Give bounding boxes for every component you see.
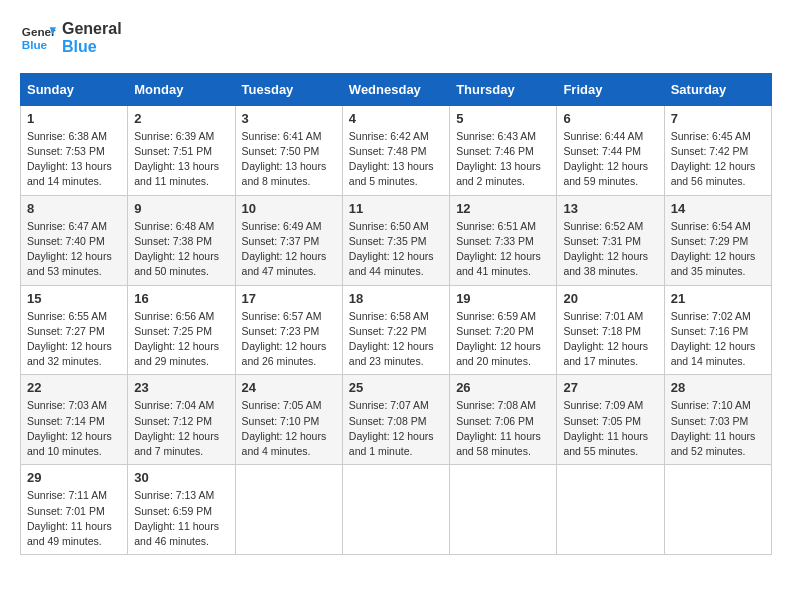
calendar-cell: 1Sunrise: 6:38 AMSunset: 7:53 PMDaylight… (21, 105, 128, 195)
day-info: Sunrise: 7:13 AMSunset: 6:59 PMDaylight:… (134, 488, 228, 549)
col-header-wednesday: Wednesday (342, 73, 449, 105)
day-number: 7 (671, 111, 765, 126)
day-number: 13 (563, 201, 657, 216)
calendar-cell: 18Sunrise: 6:58 AMSunset: 7:22 PMDayligh… (342, 285, 449, 375)
day-number: 29 (27, 470, 121, 485)
day-number: 30 (134, 470, 228, 485)
calendar-cell: 7Sunrise: 6:45 AMSunset: 7:42 PMDaylight… (664, 105, 771, 195)
day-number: 16 (134, 291, 228, 306)
day-info: Sunrise: 6:48 AMSunset: 7:38 PMDaylight:… (134, 219, 228, 280)
day-info: Sunrise: 7:01 AMSunset: 7:18 PMDaylight:… (563, 309, 657, 370)
day-info: Sunrise: 7:09 AMSunset: 7:05 PMDaylight:… (563, 398, 657, 459)
day-info: Sunrise: 6:54 AMSunset: 7:29 PMDaylight:… (671, 219, 765, 280)
calendar-cell: 13Sunrise: 6:52 AMSunset: 7:31 PMDayligh… (557, 195, 664, 285)
day-info: Sunrise: 7:02 AMSunset: 7:16 PMDaylight:… (671, 309, 765, 370)
page-header: General Blue General Blue (20, 20, 772, 57)
day-info: Sunrise: 7:03 AMSunset: 7:14 PMDaylight:… (27, 398, 121, 459)
col-header-monday: Monday (128, 73, 235, 105)
day-number: 4 (349, 111, 443, 126)
day-number: 15 (27, 291, 121, 306)
day-number: 12 (456, 201, 550, 216)
day-info: Sunrise: 7:11 AMSunset: 7:01 PMDaylight:… (27, 488, 121, 549)
calendar-cell: 14Sunrise: 6:54 AMSunset: 7:29 PMDayligh… (664, 195, 771, 285)
day-info: Sunrise: 6:57 AMSunset: 7:23 PMDaylight:… (242, 309, 336, 370)
calendar-cell: 3Sunrise: 6:41 AMSunset: 7:50 PMDaylight… (235, 105, 342, 195)
day-number: 6 (563, 111, 657, 126)
day-number: 26 (456, 380, 550, 395)
day-number: 14 (671, 201, 765, 216)
day-info: Sunrise: 7:10 AMSunset: 7:03 PMDaylight:… (671, 398, 765, 459)
day-number: 1 (27, 111, 121, 126)
day-info: Sunrise: 7:04 AMSunset: 7:12 PMDaylight:… (134, 398, 228, 459)
col-header-tuesday: Tuesday (235, 73, 342, 105)
day-info: Sunrise: 6:58 AMSunset: 7:22 PMDaylight:… (349, 309, 443, 370)
calendar-week-5: 29Sunrise: 7:11 AMSunset: 7:01 PMDayligh… (21, 465, 772, 555)
calendar-week-1: 1Sunrise: 6:38 AMSunset: 7:53 PMDaylight… (21, 105, 772, 195)
day-info: Sunrise: 6:43 AMSunset: 7:46 PMDaylight:… (456, 129, 550, 190)
day-info: Sunrise: 6:50 AMSunset: 7:35 PMDaylight:… (349, 219, 443, 280)
calendar-week-2: 8Sunrise: 6:47 AMSunset: 7:40 PMDaylight… (21, 195, 772, 285)
day-number: 9 (134, 201, 228, 216)
calendar-cell: 20Sunrise: 7:01 AMSunset: 7:18 PMDayligh… (557, 285, 664, 375)
day-number: 8 (27, 201, 121, 216)
calendar-cell: 27Sunrise: 7:09 AMSunset: 7:05 PMDayligh… (557, 375, 664, 465)
day-info: Sunrise: 6:52 AMSunset: 7:31 PMDaylight:… (563, 219, 657, 280)
calendar-cell (557, 465, 664, 555)
day-info: Sunrise: 6:47 AMSunset: 7:40 PMDaylight:… (27, 219, 121, 280)
day-number: 11 (349, 201, 443, 216)
calendar-cell (450, 465, 557, 555)
day-info: Sunrise: 6:44 AMSunset: 7:44 PMDaylight:… (563, 129, 657, 190)
calendar-cell: 23Sunrise: 7:04 AMSunset: 7:12 PMDayligh… (128, 375, 235, 465)
logo: General Blue General Blue (20, 20, 122, 57)
calendar-cell: 9Sunrise: 6:48 AMSunset: 7:38 PMDaylight… (128, 195, 235, 285)
calendar-cell: 12Sunrise: 6:51 AMSunset: 7:33 PMDayligh… (450, 195, 557, 285)
day-info: Sunrise: 6:49 AMSunset: 7:37 PMDaylight:… (242, 219, 336, 280)
day-number: 21 (671, 291, 765, 306)
day-info: Sunrise: 6:59 AMSunset: 7:20 PMDaylight:… (456, 309, 550, 370)
calendar-cell: 8Sunrise: 6:47 AMSunset: 7:40 PMDaylight… (21, 195, 128, 285)
day-number: 20 (563, 291, 657, 306)
day-info: Sunrise: 6:55 AMSunset: 7:27 PMDaylight:… (27, 309, 121, 370)
day-number: 25 (349, 380, 443, 395)
col-header-friday: Friday (557, 73, 664, 105)
calendar-cell: 2Sunrise: 6:39 AMSunset: 7:51 PMDaylight… (128, 105, 235, 195)
calendar-cell: 4Sunrise: 6:42 AMSunset: 7:48 PMDaylight… (342, 105, 449, 195)
svg-text:General: General (22, 26, 56, 39)
calendar-cell: 22Sunrise: 7:03 AMSunset: 7:14 PMDayligh… (21, 375, 128, 465)
day-info: Sunrise: 6:45 AMSunset: 7:42 PMDaylight:… (671, 129, 765, 190)
calendar-cell: 10Sunrise: 6:49 AMSunset: 7:37 PMDayligh… (235, 195, 342, 285)
calendar-cell: 30Sunrise: 7:13 AMSunset: 6:59 PMDayligh… (128, 465, 235, 555)
calendar-cell: 5Sunrise: 6:43 AMSunset: 7:46 PMDaylight… (450, 105, 557, 195)
svg-text:Blue: Blue (22, 38, 48, 51)
calendar-cell (664, 465, 771, 555)
day-info: Sunrise: 6:51 AMSunset: 7:33 PMDaylight:… (456, 219, 550, 280)
calendar-week-3: 15Sunrise: 6:55 AMSunset: 7:27 PMDayligh… (21, 285, 772, 375)
calendar-cell (235, 465, 342, 555)
calendar-week-4: 22Sunrise: 7:03 AMSunset: 7:14 PMDayligh… (21, 375, 772, 465)
day-number: 27 (563, 380, 657, 395)
col-header-sunday: Sunday (21, 73, 128, 105)
logo-icon: General Blue (20, 20, 56, 56)
logo-text-blue: Blue (62, 38, 122, 56)
col-header-saturday: Saturday (664, 73, 771, 105)
day-info: Sunrise: 7:05 AMSunset: 7:10 PMDaylight:… (242, 398, 336, 459)
calendar-cell: 26Sunrise: 7:08 AMSunset: 7:06 PMDayligh… (450, 375, 557, 465)
calendar-cell: 11Sunrise: 6:50 AMSunset: 7:35 PMDayligh… (342, 195, 449, 285)
day-number: 10 (242, 201, 336, 216)
day-number: 5 (456, 111, 550, 126)
day-number: 17 (242, 291, 336, 306)
logo-text-general: General (62, 20, 122, 38)
day-number: 18 (349, 291, 443, 306)
calendar-cell: 24Sunrise: 7:05 AMSunset: 7:10 PMDayligh… (235, 375, 342, 465)
day-number: 19 (456, 291, 550, 306)
calendar-cell: 28Sunrise: 7:10 AMSunset: 7:03 PMDayligh… (664, 375, 771, 465)
day-number: 24 (242, 380, 336, 395)
calendar-cell: 19Sunrise: 6:59 AMSunset: 7:20 PMDayligh… (450, 285, 557, 375)
calendar-cell: 21Sunrise: 7:02 AMSunset: 7:16 PMDayligh… (664, 285, 771, 375)
day-number: 3 (242, 111, 336, 126)
day-info: Sunrise: 6:42 AMSunset: 7:48 PMDaylight:… (349, 129, 443, 190)
day-number: 22 (27, 380, 121, 395)
day-info: Sunrise: 6:56 AMSunset: 7:25 PMDaylight:… (134, 309, 228, 370)
calendar-cell: 16Sunrise: 6:56 AMSunset: 7:25 PMDayligh… (128, 285, 235, 375)
day-number: 23 (134, 380, 228, 395)
